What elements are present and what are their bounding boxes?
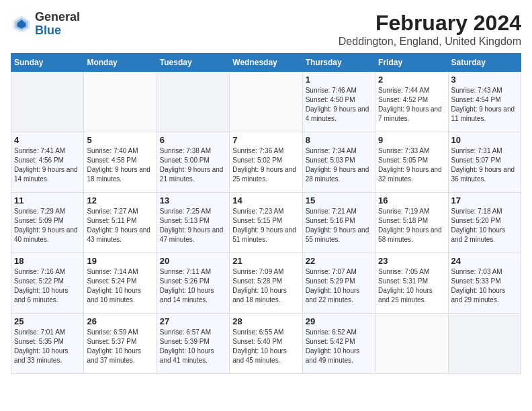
day-info: Sunrise: 7:43 AM Sunset: 4:54 PM Dayligh… [451, 86, 518, 124]
day-info: Sunrise: 6:57 AM Sunset: 5:39 PM Dayligh… [160, 328, 226, 365]
day-info: Sunrise: 7:34 AM Sunset: 5:03 PM Dayligh… [306, 146, 372, 184]
day-info: Sunrise: 7:33 AM Sunset: 5:05 PM Dayligh… [378, 146, 445, 184]
day-info: Sunrise: 7:36 AM Sunset: 5:02 PM Dayligh… [232, 146, 299, 184]
day-number: 5 [87, 135, 153, 145]
calendar-cell: 29Sunrise: 6:52 AM Sunset: 5:42 PM Dayli… [302, 314, 375, 374]
column-header-monday: Monday [84, 54, 157, 72]
calendar-cell: 14Sunrise: 7:23 AM Sunset: 5:15 PM Dayli… [230, 193, 302, 253]
calendar-cell [230, 72, 302, 132]
calendar-cell: 1Sunrise: 7:46 AM Sunset: 4:50 PM Daylig… [302, 72, 375, 132]
calendar-header-row: SundayMondayTuesdayWednesdayThursdayFrid… [11, 54, 521, 72]
day-info: Sunrise: 7:14 AM Sunset: 5:24 PM Dayligh… [87, 267, 153, 305]
calendar-cell: 25Sunrise: 7:01 AM Sunset: 5:35 PM Dayli… [11, 314, 84, 374]
column-header-friday: Friday [375, 54, 448, 72]
calendar-cell: 5Sunrise: 7:40 AM Sunset: 4:58 PM Daylig… [84, 132, 157, 193]
day-info: Sunrise: 7:25 AM Sunset: 5:13 PM Dayligh… [160, 207, 226, 244]
day-number: 13 [160, 195, 226, 205]
day-number: 3 [451, 75, 518, 85]
calendar-week-2: 4Sunrise: 7:41 AM Sunset: 4:56 PM Daylig… [11, 132, 521, 193]
logo-text: General Blue [35, 11, 80, 38]
day-number: 27 [160, 316, 226, 326]
day-number: 21 [232, 256, 299, 266]
day-info: Sunrise: 7:21 AM Sunset: 5:16 PM Dayligh… [306, 207, 372, 244]
day-number: 17 [451, 195, 518, 205]
calendar-cell: 8Sunrise: 7:34 AM Sunset: 5:03 PM Daylig… [302, 132, 375, 193]
calendar-cell: 15Sunrise: 7:21 AM Sunset: 5:16 PM Dayli… [302, 193, 375, 253]
day-info: Sunrise: 7:16 AM Sunset: 5:22 PM Dayligh… [14, 267, 81, 305]
day-number: 10 [451, 135, 518, 145]
day-info: Sunrise: 7:07 AM Sunset: 5:29 PM Dayligh… [306, 267, 372, 305]
day-info: Sunrise: 7:09 AM Sunset: 5:28 PM Dayligh… [232, 267, 299, 305]
day-info: Sunrise: 7:41 AM Sunset: 4:56 PM Dayligh… [14, 146, 81, 184]
day-info: Sunrise: 7:05 AM Sunset: 5:31 PM Dayligh… [378, 267, 445, 305]
calendar-cell [84, 72, 157, 132]
day-number: 4 [14, 135, 81, 145]
day-number: 8 [306, 135, 372, 145]
day-number: 6 [160, 135, 226, 145]
day-number: 19 [87, 256, 153, 266]
day-info: Sunrise: 7:38 AM Sunset: 5:00 PM Dayligh… [160, 146, 226, 184]
calendar-cell: 2Sunrise: 7:44 AM Sunset: 4:52 PM Daylig… [375, 72, 448, 132]
day-number: 11 [14, 195, 81, 205]
logo-icon [11, 13, 32, 35]
calendar-cell: 12Sunrise: 7:27 AM Sunset: 5:11 PM Dayli… [84, 193, 157, 253]
calendar-cell: 10Sunrise: 7:31 AM Sunset: 5:07 PM Dayli… [448, 132, 521, 193]
day-info: Sunrise: 7:31 AM Sunset: 5:07 PM Dayligh… [451, 146, 518, 184]
column-header-thursday: Thursday [302, 54, 375, 72]
calendar-week-3: 11Sunrise: 7:29 AM Sunset: 5:09 PM Dayli… [11, 193, 521, 253]
calendar-cell: 3Sunrise: 7:43 AM Sunset: 4:54 PM Daylig… [448, 72, 521, 132]
day-info: Sunrise: 7:18 AM Sunset: 5:20 PM Dayligh… [451, 207, 518, 244]
day-info: Sunrise: 7:01 AM Sunset: 5:35 PM Dayligh… [14, 328, 81, 365]
day-number: 15 [306, 195, 372, 205]
calendar-cell: 11Sunrise: 7:29 AM Sunset: 5:09 PM Dayli… [11, 193, 84, 253]
day-number: 28 [232, 316, 299, 326]
day-info: Sunrise: 7:11 AM Sunset: 5:26 PM Dayligh… [160, 267, 226, 305]
day-number: 22 [306, 256, 372, 266]
calendar-cell [375, 314, 448, 374]
calendar-cell [11, 72, 84, 132]
logo: General Blue [11, 11, 80, 38]
header: General Blue February 2024 Deddington, E… [11, 11, 521, 48]
day-info: Sunrise: 7:03 AM Sunset: 5:33 PM Dayligh… [451, 267, 518, 305]
day-number: 26 [87, 316, 153, 326]
day-info: Sunrise: 7:23 AM Sunset: 5:15 PM Dayligh… [232, 207, 299, 244]
calendar-cell [448, 314, 521, 374]
day-number: 16 [378, 195, 445, 205]
day-number: 18 [14, 256, 81, 266]
day-number: 1 [306, 75, 372, 85]
column-header-saturday: Saturday [448, 54, 521, 72]
column-header-wednesday: Wednesday [230, 54, 302, 72]
calendar-cell: 26Sunrise: 6:59 AM Sunset: 5:37 PM Dayli… [84, 314, 157, 374]
calendar-cell: 21Sunrise: 7:09 AM Sunset: 5:28 PM Dayli… [230, 253, 302, 314]
calendar-cell: 16Sunrise: 7:19 AM Sunset: 5:18 PM Dayli… [375, 193, 448, 253]
calendar-week-1: 1Sunrise: 7:46 AM Sunset: 4:50 PM Daylig… [11, 72, 521, 132]
day-info: Sunrise: 7:19 AM Sunset: 5:18 PM Dayligh… [378, 207, 445, 244]
calendar-cell: 24Sunrise: 7:03 AM Sunset: 5:33 PM Dayli… [448, 253, 521, 314]
day-info: Sunrise: 6:52 AM Sunset: 5:42 PM Dayligh… [306, 328, 372, 365]
day-info: Sunrise: 7:46 AM Sunset: 4:50 PM Dayligh… [306, 86, 372, 124]
day-number: 23 [378, 256, 445, 266]
title-block: February 2024 Deddington, England, Unite… [339, 11, 521, 48]
day-info: Sunrise: 7:27 AM Sunset: 5:11 PM Dayligh… [87, 207, 153, 244]
month-year-title: February 2024 [339, 11, 521, 36]
calendar-cell: 20Sunrise: 7:11 AM Sunset: 5:26 PM Dayli… [157, 253, 229, 314]
calendar-week-5: 25Sunrise: 7:01 AM Sunset: 5:35 PM Dayli… [11, 314, 521, 374]
calendar-cell: 27Sunrise: 6:57 AM Sunset: 5:39 PM Dayli… [157, 314, 229, 374]
calendar-cell: 22Sunrise: 7:07 AM Sunset: 5:29 PM Dayli… [302, 253, 375, 314]
calendar-cell: 28Sunrise: 6:55 AM Sunset: 5:40 PM Dayli… [230, 314, 302, 374]
day-info: Sunrise: 7:44 AM Sunset: 4:52 PM Dayligh… [378, 86, 445, 124]
day-number: 9 [378, 135, 445, 145]
day-number: 29 [306, 316, 372, 326]
calendar-body: 1Sunrise: 7:46 AM Sunset: 4:50 PM Daylig… [11, 72, 521, 374]
day-number: 7 [232, 135, 299, 145]
day-number: 20 [160, 256, 226, 266]
column-header-sunday: Sunday [11, 54, 84, 72]
calendar-cell: 9Sunrise: 7:33 AM Sunset: 5:05 PM Daylig… [375, 132, 448, 193]
day-number: 2 [378, 75, 445, 85]
calendar-cell: 17Sunrise: 7:18 AM Sunset: 5:20 PM Dayli… [448, 193, 521, 253]
calendar-cell: 4Sunrise: 7:41 AM Sunset: 4:56 PM Daylig… [11, 132, 84, 193]
day-info: Sunrise: 6:59 AM Sunset: 5:37 PM Dayligh… [87, 328, 153, 365]
day-info: Sunrise: 6:55 AM Sunset: 5:40 PM Dayligh… [232, 328, 299, 365]
calendar-cell [157, 72, 229, 132]
day-info: Sunrise: 7:40 AM Sunset: 4:58 PM Dayligh… [87, 146, 153, 184]
